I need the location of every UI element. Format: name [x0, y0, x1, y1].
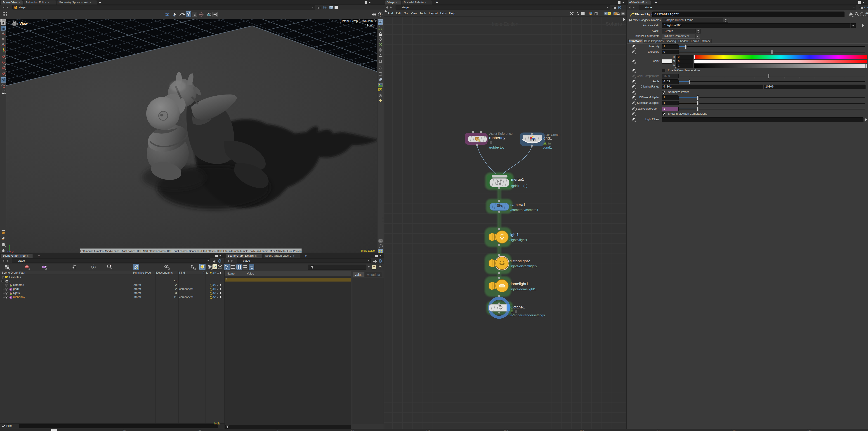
svg-text:C: C: [10, 297, 12, 299]
svg-text:y: y: [9, 244, 10, 246]
svg-text:C: C: [10, 288, 12, 290]
